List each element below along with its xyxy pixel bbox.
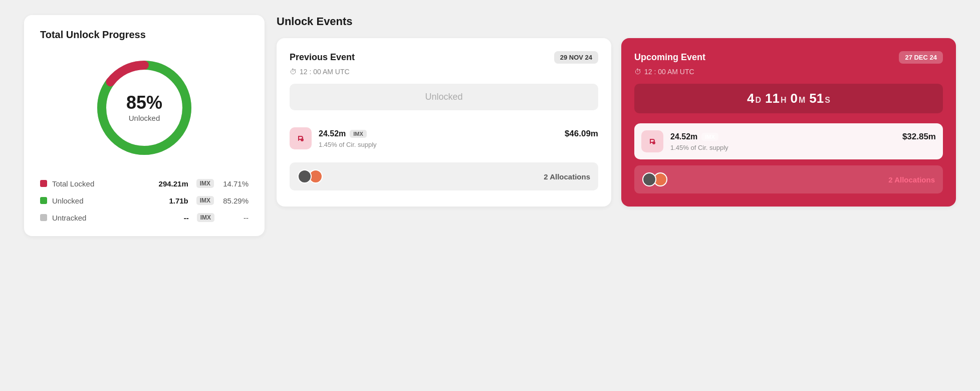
- countdown-days: 4 D: [747, 91, 761, 106]
- locked-value: 294.21m: [159, 179, 188, 188]
- donut-chart: 85% Unlocked: [89, 53, 199, 163]
- locked-label: Total Locked: [52, 179, 154, 188]
- upcoming-token-amount-row: 24.52m IMX $32.85m: [670, 132, 936, 142]
- upcoming-token-amount: 24.52m: [670, 132, 697, 141]
- svg-rect-3: [296, 134, 305, 143]
- prev-token-usd: $46.09m: [565, 129, 598, 139]
- upcoming-alloc-circle-1: [642, 172, 656, 186]
- prev-allocations-label: 2 Allocations: [544, 172, 590, 181]
- prev-clock-icon: ⏱: [290, 68, 297, 76]
- upcoming-event-date: 27 DEC 24: [899, 51, 943, 64]
- upcoming-token-usd: $32.85m: [902, 132, 936, 142]
- countdown-days-unit: D: [756, 96, 762, 105]
- events-grid: Previous Event 29 NOV 24 ⏱ 12 : 00 AM UT…: [277, 38, 956, 207]
- upcoming-token-supply: 1.45% of Cir. supply: [670, 144, 936, 151]
- countdown-minutes-unit: M: [799, 96, 805, 105]
- prev-token-icon: [290, 127, 312, 149]
- upcoming-token-badge: IMX: [701, 133, 718, 141]
- svg-point-4: [301, 138, 304, 141]
- upcoming-token-info: 24.52m IMX $32.85m 1.45% of Cir. supply: [670, 132, 936, 151]
- locked-pct: 14.71%: [223, 179, 249, 188]
- prev-token-supply: 1.45% of Cir. supply: [319, 141, 598, 148]
- progress-card-title: Total Unlock Progress: [40, 29, 249, 41]
- events-title: Unlock Events: [277, 15, 956, 28]
- unlocked-dot: [40, 197, 47, 204]
- prev-event-header: Previous Event 29 NOV 24: [290, 51, 598, 64]
- countdown-minutes: 0 M: [791, 91, 806, 106]
- upcoming-event-time: ⏱ 12 : 00 AM UTC: [634, 68, 943, 76]
- upcoming-allocations-label: 2 Allocations: [888, 175, 935, 184]
- prev-token-row: 24.52m IMX $46.09m 1.45% of Cir. supply: [290, 120, 598, 156]
- events-section: Unlock Events Previous Event 29 NOV 24 ⏱…: [277, 15, 956, 207]
- legend-item-unlocked: Unlocked 1.71b IMX 85.29%: [40, 196, 249, 205]
- countdown-days-num: 4: [747, 91, 754, 106]
- donut-label: Unlocked: [126, 114, 162, 122]
- prev-event-type: Previous Event: [290, 52, 355, 63]
- prev-token-amount-row: 24.52m IMX $46.09m: [319, 129, 598, 139]
- prev-event-time-value: 12 : 00 AM UTC: [300, 68, 350, 76]
- unlocked-status-button[interactable]: Unlocked: [290, 84, 598, 110]
- countdown-hours-num: 11: [765, 91, 780, 106]
- upcoming-clock-icon: ⏱: [634, 68, 641, 76]
- countdown-seconds-num: 51: [809, 91, 824, 106]
- prev-token-badge: IMX: [350, 130, 367, 138]
- untracked-pct: --: [223, 214, 249, 222]
- countdown-seconds-unit: S: [825, 96, 830, 105]
- prev-event-time: ⏱ 12 : 00 AM UTC: [290, 68, 598, 76]
- upcoming-event-card: Upcoming Event 27 DEC 24 ⏱ 12 : 00 AM UT…: [621, 38, 956, 207]
- countdown-seconds: 51 S: [809, 91, 830, 106]
- previous-event-card: Previous Event 29 NOV 24 ⏱ 12 : 00 AM UT…: [277, 38, 611, 207]
- upcoming-event-time-value: 12 : 00 AM UTC: [644, 68, 694, 76]
- donut-wrapper: 85% Unlocked: [40, 53, 249, 163]
- prev-allocations-row[interactable]: 2 Allocations: [290, 162, 598, 190]
- countdown-minutes-num: 0: [791, 91, 798, 106]
- svg-point-6: [652, 141, 655, 144]
- untracked-value: --: [184, 214, 189, 222]
- untracked-badge: IMX: [197, 213, 214, 222]
- unlocked-status-label: Unlocked: [425, 92, 462, 102]
- svg-rect-5: [648, 137, 657, 146]
- untracked-dot: [40, 214, 47, 221]
- legend-item-locked: Total Locked 294.21m IMX 14.71%: [40, 179, 249, 188]
- legend-item-untracked: Untracked -- IMX --: [40, 213, 249, 222]
- locked-dot: [40, 180, 47, 187]
- donut-percent: 85%: [126, 94, 162, 112]
- legend: Total Locked 294.21m IMX 14.71% Unlocked…: [40, 179, 249, 222]
- prev-token-amount: 24.52m: [319, 129, 346, 138]
- unlocked-value: 1.71b: [169, 197, 188, 205]
- unlocked-label: Unlocked: [52, 197, 164, 205]
- upcoming-allocations-row[interactable]: 2 Allocations: [634, 165, 943, 193]
- prev-alloc-icons: [298, 169, 323, 183]
- unlocked-pct: 85.29%: [223, 197, 249, 205]
- countdown-hours: 11 H: [765, 91, 786, 106]
- countdown-timer: 4 D 11 H 0 M 51 S: [634, 84, 943, 113]
- locked-badge: IMX: [196, 179, 214, 188]
- progress-card: Total Unlock Progress 85% Unlocked: [24, 15, 265, 236]
- donut-center: 85% Unlocked: [126, 94, 162, 122]
- upcoming-token-icon: [641, 130, 663, 152]
- unlocked-badge: IMX: [196, 196, 214, 205]
- prev-token-info: 24.52m IMX $46.09m 1.45% of Cir. supply: [319, 129, 598, 148]
- upcoming-event-type: Upcoming Event: [634, 52, 705, 63]
- untracked-label: Untracked: [52, 214, 179, 222]
- upcoming-event-header: Upcoming Event 27 DEC 24: [634, 51, 943, 64]
- countdown-hours-unit: H: [781, 96, 787, 105]
- prev-alloc-circle-1: [298, 169, 312, 183]
- upcoming-alloc-icons: [642, 172, 667, 186]
- upcoming-token-row: 24.52m IMX $32.85m 1.45% of Cir. supply: [634, 123, 943, 159]
- main-container: Total Unlock Progress 85% Unlocked: [24, 15, 956, 236]
- prev-event-date: 29 NOV 24: [554, 51, 598, 64]
